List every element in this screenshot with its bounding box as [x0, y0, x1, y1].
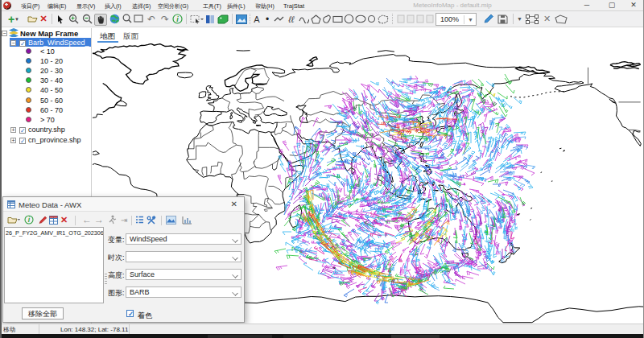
- svg-text:i: i: [28, 216, 31, 224]
- svg-text:i: i: [176, 15, 179, 23]
